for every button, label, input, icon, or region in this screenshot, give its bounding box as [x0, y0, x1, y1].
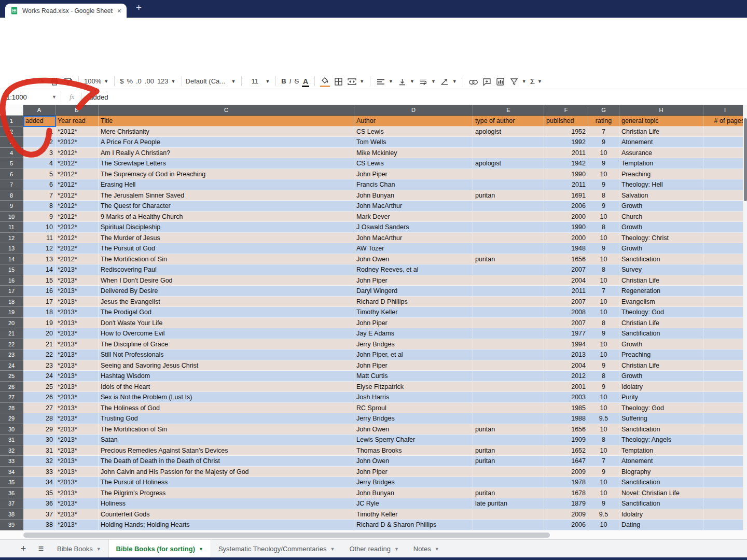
- column-header-E[interactable]: E: [473, 105, 544, 116]
- cell-B8[interactable]: *2012*: [56, 190, 99, 201]
- cell-C19[interactable]: The Prodigal God: [99, 307, 354, 318]
- cell-D35[interactable]: Jerry Bridges: [354, 477, 473, 488]
- cell-E23[interactable]: [473, 349, 544, 360]
- cell-C10[interactable]: 9 Marks of a Healthy Church: [99, 212, 354, 222]
- cell-B4[interactable]: *2012*: [56, 148, 99, 159]
- fill-color-icon[interactable]: [319, 77, 331, 86]
- cell-I23[interactable]: [703, 349, 747, 360]
- cell-A7[interactable]: 6: [23, 179, 56, 190]
- name-box[interactable]: 1:1000: [0, 93, 52, 101]
- cell-A8[interactable]: 7: [23, 190, 56, 201]
- cell-C16[interactable]: When I Don't Desire God: [99, 275, 354, 286]
- cell-B3[interactable]: *2012*: [56, 137, 99, 148]
- row-header-24[interactable]: 24: [0, 360, 23, 371]
- horizontal-scrollbar-thumb[interactable]: [23, 533, 550, 538]
- cell-A19[interactable]: 18: [23, 307, 56, 318]
- text-wrap-icon[interactable]: [417, 77, 430, 85]
- cell-A33[interactable]: 32: [23, 456, 56, 467]
- cell-C30[interactable]: The Mortification of Sin: [99, 424, 354, 435]
- cell-G33[interactable]: 7: [588, 456, 619, 467]
- cell-A23[interactable]: 22: [23, 349, 56, 360]
- paint-format-icon[interactable]: [61, 77, 75, 86]
- cell-E31[interactable]: [473, 435, 544, 445]
- cell-I14[interactable]: [703, 254, 747, 265]
- cell-F18[interactable]: 2007: [544, 297, 588, 307]
- cell-C32[interactable]: Precious Remedies Against Satan's Device…: [99, 445, 354, 456]
- horizontal-scrollbar[interactable]: [0, 531, 747, 539]
- cell-B21[interactable]: *2013*: [56, 328, 99, 339]
- cell-E2[interactable]: apologist: [473, 127, 544, 137]
- cell-E5[interactable]: apologist: [473, 158, 544, 169]
- cell-D17[interactable]: Daryl Wingerd: [354, 286, 473, 297]
- cell-E9[interactable]: [473, 201, 544, 212]
- cell-E29[interactable]: [473, 413, 544, 424]
- cell-H31[interactable]: Theology: Angels: [619, 435, 703, 445]
- cell-G9[interactable]: 9: [588, 201, 619, 212]
- cell-F5[interactable]: 1942: [544, 158, 588, 169]
- insert-comment-icon[interactable]: [480, 77, 494, 85]
- cell-F2[interactable]: 1952: [544, 127, 588, 137]
- row-header-1[interactable]: 1: [0, 116, 23, 127]
- cell-E6[interactable]: [473, 169, 544, 180]
- cell-C35[interactable]: The Pursuit of Holiness: [99, 477, 354, 488]
- insert-chart-icon[interactable]: [494, 77, 507, 86]
- cell-G28[interactable]: 10: [588, 403, 619, 414]
- cell-D33[interactable]: John Owen: [354, 456, 473, 467]
- row-header-19[interactable]: 19: [0, 307, 23, 318]
- cell-A6[interactable]: 5: [23, 169, 56, 180]
- cell-D34[interactable]: John Piper: [354, 467, 473, 478]
- cell-B25[interactable]: *2013*: [56, 371, 99, 382]
- cell-G38[interactable]: 9.5: [588, 509, 619, 520]
- row-header-2[interactable]: 2: [0, 127, 23, 137]
- cell-I18[interactable]: [703, 297, 747, 307]
- cell-G5[interactable]: 9: [588, 158, 619, 169]
- row-header-23[interactable]: 23: [0, 349, 23, 360]
- text-rotation-icon[interactable]: [438, 77, 451, 86]
- cell-I25[interactable]: [703, 371, 747, 382]
- cell-F20[interactable]: 2007: [544, 318, 588, 329]
- cell-D2[interactable]: CS Lewis: [354, 127, 473, 137]
- cell-A27[interactable]: 26: [23, 392, 56, 403]
- cell-C14[interactable]: The Mortification of Sin: [99, 254, 354, 265]
- cell-A13[interactable]: 12: [23, 243, 56, 254]
- row-header-16[interactable]: 16: [0, 275, 23, 286]
- cell-F29[interactable]: 1988: [544, 413, 588, 424]
- cell-D11[interactable]: J Oswald Sanders: [354, 222, 473, 233]
- row-header-5[interactable]: 5: [0, 158, 23, 169]
- cell-F36[interactable]: 1678: [544, 488, 588, 499]
- row-header-31[interactable]: 31: [0, 435, 23, 445]
- row-header-14[interactable]: 14: [0, 254, 23, 265]
- cell-A39[interactable]: 38: [23, 520, 56, 530]
- cell-H6[interactable]: Preaching: [619, 169, 703, 180]
- cell-F38[interactable]: 2009: [544, 509, 588, 520]
- cell-C38[interactable]: Counterfeit Gods: [99, 509, 354, 520]
- cell-I39[interactable]: [703, 520, 747, 530]
- cell-I36[interactable]: [703, 488, 747, 499]
- cell-C5[interactable]: The Screwtape Letters: [99, 158, 354, 169]
- cell-D21[interactable]: Jay E Adams: [354, 328, 473, 339]
- column-header-H[interactable]: H: [619, 105, 703, 116]
- cell-I24[interactable]: [703, 360, 747, 371]
- cell-E17[interactable]: [473, 286, 544, 297]
- cell-A16[interactable]: 15: [23, 275, 56, 286]
- cell-G16[interactable]: 10: [588, 275, 619, 286]
- cell-I15[interactable]: [703, 264, 747, 275]
- cell-C17[interactable]: Delivered By Desire: [99, 286, 354, 297]
- cell-H19[interactable]: Theology: God: [619, 307, 703, 318]
- cell-A21[interactable]: 20: [23, 328, 56, 339]
- cell-G25[interactable]: 8: [588, 371, 619, 382]
- cell-G22[interactable]: 10: [588, 339, 619, 350]
- bold-button[interactable]: B: [281, 77, 286, 85]
- cell-E21[interactable]: [473, 328, 544, 339]
- cell-C36[interactable]: The Pilgrim's Progress: [99, 488, 354, 499]
- cell-H22[interactable]: Growth: [619, 339, 703, 350]
- row-header-29[interactable]: 29: [0, 413, 23, 424]
- vertical-scrollbar-thumb[interactable]: [744, 118, 747, 201]
- cell-A32[interactable]: 31: [23, 445, 56, 456]
- cell-H18[interactable]: Evangelism: [619, 297, 703, 307]
- row-header-17[interactable]: 17: [0, 286, 23, 297]
- cell-B20[interactable]: *2013*: [56, 318, 99, 329]
- cell-D18[interactable]: Richard D Phillips: [354, 297, 473, 307]
- cell-F4[interactable]: 2011: [544, 148, 588, 159]
- column-header-C[interactable]: C: [99, 105, 354, 116]
